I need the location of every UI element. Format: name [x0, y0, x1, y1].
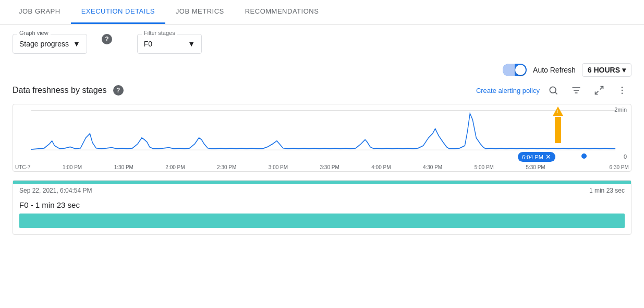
- create-alert-link[interactable]: Create alerting policy: [476, 87, 540, 94]
- hours-chevron-icon: ▾: [622, 66, 626, 74]
- bottom-duration: 1 min 23 sec: [589, 187, 625, 194]
- tab-job-metrics[interactable]: JOB METRICS: [165, 0, 235, 24]
- tabs-bar: JOB GRAPH EXECUTION DETAILS JOB METRICS …: [0, 0, 644, 25]
- auto-refresh-row: Auto Refresh 6 HOURS ▾: [0, 59, 644, 81]
- chart-title: Data freshness by stages: [13, 86, 107, 95]
- x-label-1pm: 1:00 PM: [63, 164, 82, 170]
- chart-filter-button[interactable]: [567, 81, 586, 100]
- svg-point-9: [622, 93, 623, 94]
- auto-refresh-label: Auto Refresh: [533, 66, 576, 74]
- filter-stages-field: Filter stages F0 ▼: [137, 34, 202, 54]
- bottom-section: Sep 22, 2021, 6:04:54 PM 1 min 23 sec F0…: [13, 180, 631, 235]
- bottom-timestamp: Sep 22, 2021, 6:04:54 PM: [19, 187, 92, 194]
- graph-view-field: Graph view Stage progress ▼: [13, 34, 87, 54]
- svg-line-5: [600, 87, 603, 90]
- time-chip[interactable]: 6:04 PM ✕: [518, 152, 555, 162]
- graph-view-help-icon[interactable]: ?: [102, 34, 112, 44]
- bottom-bar-container: [13, 211, 631, 234]
- x-label-330pm: 3:30 PM: [320, 164, 339, 170]
- auto-refresh-toggle[interactable]: [503, 64, 527, 76]
- x-label-630pm: 6:30 PM: [610, 164, 629, 170]
- graph-view-value: Stage progress: [19, 40, 69, 48]
- hours-dropdown-button[interactable]: 6 HOURS ▾: [582, 63, 631, 77]
- svg-point-8: [622, 90, 623, 91]
- chart-container[interactable]: ! 2min 0 6:04 PM ✕ UTC-7 1:00 PM 1:30 PM…: [13, 104, 631, 172]
- tab-job-graph[interactable]: JOB GRAPH: [8, 0, 71, 24]
- x-label-5pm: 5:00 PM: [475, 164, 494, 170]
- chart-actions: Create alerting policy: [476, 81, 631, 100]
- time-chip-close-icon[interactable]: ✕: [545, 153, 551, 161]
- chart-section: Data freshness by stages ? Create alerti…: [0, 81, 644, 172]
- bottom-stage-label: F0 - 1 min 23 sec: [13, 197, 631, 211]
- svg-point-7: [622, 87, 623, 88]
- x-label-3pm: 3:00 PM: [269, 164, 288, 170]
- x-label-230pm: 2:30 PM: [217, 164, 236, 170]
- time-chip-label: 6:04 PM: [522, 154, 543, 160]
- hours-label: 6 HOURS: [588, 66, 620, 74]
- controls-row: Graph view Stage progress ▼ ? Filter sta…: [0, 25, 644, 59]
- warning-triangle-icon: !: [553, 106, 563, 116]
- graph-view-label: Graph view: [17, 30, 51, 36]
- warning-bar: [555, 117, 561, 143]
- svg-point-0: [550, 87, 556, 93]
- chart-current-dot: [581, 153, 587, 159]
- filter-stages-select[interactable]: F0 ▼: [138, 34, 201, 53]
- x-label-2pm: 2:00 PM: [165, 164, 185, 170]
- time-marker-group: 6:04 PM ✕: [518, 152, 555, 162]
- chart-y-bottom-label: 0: [624, 153, 627, 160]
- x-label-4pm: 4:00 PM: [371, 164, 391, 170]
- graph-view-select[interactable]: Stage progress ▼: [13, 34, 87, 53]
- chart-title-group: Data freshness by stages ?: [13, 85, 124, 96]
- bottom-bar: [19, 214, 625, 228]
- chart-x-labels: UTC-7 1:00 PM 1:30 PM 2:00 PM 2:30 PM 3:…: [13, 164, 631, 170]
- tab-execution-details[interactable]: EXECUTION DETAILS: [71, 0, 165, 24]
- filter-stages-label: Filter stages: [142, 30, 177, 36]
- svg-line-6: [596, 91, 599, 94]
- chart-header: Data freshness by stages ? Create alerti…: [13, 81, 631, 100]
- bottom-info-row: Sep 22, 2021, 6:04:54 PM 1 min 23 sec: [13, 184, 631, 197]
- x-label-530pm: 5:30 PM: [526, 164, 545, 170]
- tab-recommendations[interactable]: RECOMMENDATIONS: [235, 0, 330, 24]
- chart-more-button[interactable]: [613, 81, 631, 100]
- chart-help-icon[interactable]: ?: [113, 85, 124, 96]
- x-label-utc: UTC-7: [15, 164, 30, 170]
- filter-stages-dropdown-icon: ▼: [188, 40, 195, 48]
- chart-fullscreen-button[interactable]: [590, 81, 609, 100]
- x-label-430pm: 4:30 PM: [423, 164, 442, 170]
- chart-search-button[interactable]: [544, 81, 563, 100]
- graph-view-dropdown-icon: ▼: [73, 40, 80, 48]
- filter-stages-value: F0: [144, 40, 152, 48]
- chart-y-top-label: 2min: [614, 106, 627, 113]
- warning-tooltip: !: [553, 106, 563, 143]
- x-label-130pm: 1:30 PM: [114, 164, 133, 170]
- svg-line-1: [555, 92, 557, 94]
